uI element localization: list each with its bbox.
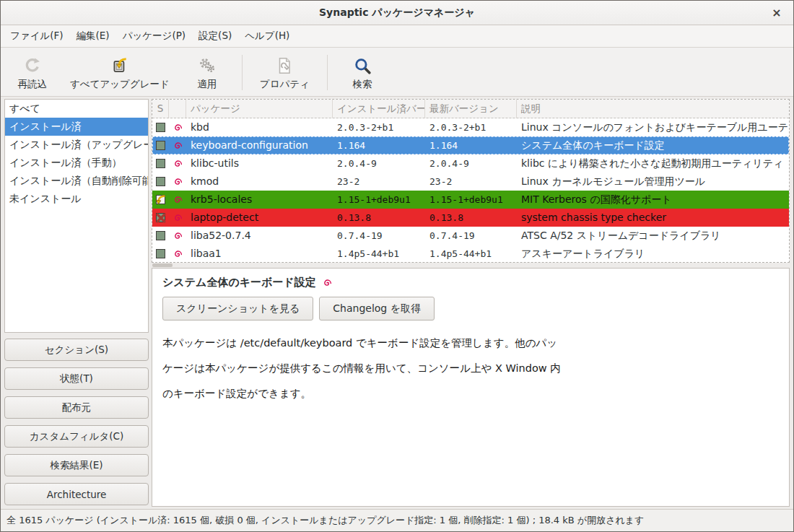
menu-file[interactable]: ファイル(F): [4, 26, 70, 46]
window-title: Synaptic パッケージマネージャ: [319, 6, 475, 19]
search-icon: [353, 55, 372, 77]
toolbar-separator: [327, 55, 328, 90]
filter-list: すべて インストール済 インストール済（アップグレード可） インストール済（手動…: [4, 99, 149, 333]
reload-button[interactable]: 再読込: [5, 51, 60, 95]
column-header-status[interactable]: S: [152, 100, 169, 118]
filter-installed-upgradable[interactable]: インストール済（アップグレード可）: [5, 136, 148, 154]
architecture-button[interactable]: Architecture: [4, 483, 149, 505]
package-description: Linux カーネルモジュール管理用ツール: [517, 173, 789, 191]
package-name: liba52-0.7.4: [186, 227, 333, 245]
properties-icon: [275, 55, 294, 77]
get-changelog-button[interactable]: Changelog を取得: [319, 297, 435, 320]
custom-filters-button[interactable]: カスタムフィルタ(C): [4, 425, 149, 448]
installed-status-icon: [156, 177, 165, 186]
package-name: kbd: [186, 118, 333, 136]
package-description: system chassis type checker: [517, 209, 789, 227]
package-description: システム全体のキーボード設定: [517, 136, 789, 154]
status-text: 全 1615 パッケージ (インストール済: 1615 個, 破損 0 個, イ…: [6, 514, 644, 527]
filter-installed-manual[interactable]: インストール済（手動）: [5, 154, 148, 172]
column-header-latest-version[interactable]: 最新バージョン: [425, 100, 517, 118]
menu-settings[interactable]: 設定(S): [192, 26, 238, 46]
status-button[interactable]: 状態(T): [4, 367, 149, 390]
column-header-installed-version[interactable]: インストール済バージョン: [333, 100, 425, 118]
installed-status-icon: [156, 249, 165, 258]
latest-version: 0.7.4-19: [425, 227, 517, 245]
table-row[interactable]: kmod 23-2 23-2 Linux カーネルモジュール管理用ツール: [152, 173, 789, 191]
package-name: libaa1: [186, 245, 333, 263]
upgrade-all-button[interactable]: すべてアップグレード: [60, 51, 180, 95]
package-name: laptop-detect: [186, 209, 333, 227]
remove-status-icon: [156, 213, 165, 222]
menu-edit[interactable]: 編集(E): [70, 26, 116, 46]
search-results-button[interactable]: 検索結果(E): [4, 454, 149, 476]
table-row-marked-remove[interactable]: laptop-detect 0.13.8 0.13.8 system chass…: [152, 209, 789, 227]
latest-version: 1.4p5-44+b1: [425, 245, 517, 263]
latest-version: 2.0.4-9: [425, 154, 517, 173]
latest-version: 1.164: [425, 136, 517, 154]
debian-swirl-icon: [322, 278, 332, 288]
debian-swirl-icon: [173, 213, 183, 223]
installed-status-icon: [156, 231, 165, 240]
installed-version: 0.13.8: [333, 209, 425, 227]
table-row-marked-upgrade[interactable]: krb5-locales 1.15-1+deb9u1 1.15-1+deb9u1…: [152, 191, 789, 209]
debian-swirl-icon: [173, 177, 183, 187]
pane-splitter[interactable]: [152, 263, 790, 268]
latest-version: 23-2: [425, 173, 517, 191]
table-row-selected[interactable]: keyboard-configuration 1.164 1.164 システム全…: [152, 136, 789, 154]
column-header-description[interactable]: 説明: [517, 100, 789, 118]
column-header-supported[interactable]: [169, 100, 186, 118]
package-name: krb5-locales: [186, 191, 333, 209]
package-name: kmod: [186, 173, 333, 191]
titlebar: Synaptic パッケージマネージャ ×: [1, 1, 793, 25]
debian-swirl-icon: [173, 195, 183, 205]
close-button[interactable]: ×: [769, 5, 785, 21]
reload-icon: [23, 55, 42, 77]
apply-button[interactable]: 適用: [180, 51, 235, 95]
table-row[interactable]: libaa1 1.4p5-44+b1 1.4p5-44+b1 アスキーアートライ…: [152, 245, 789, 263]
apply-icon: [198, 55, 217, 77]
sections-button[interactable]: セクション(S): [4, 339, 149, 361]
details-title: システム全体のキーボード設定: [162, 276, 316, 289]
installed-version: 2.0.3-2+b1: [333, 118, 425, 136]
search-button[interactable]: 検索: [335, 51, 390, 95]
menu-package[interactable]: パッケージ(P): [116, 26, 192, 46]
latest-version: 1.15-1+deb9u1: [425, 191, 517, 209]
sidebar: すべて インストール済 インストール済（アップグレード可） インストール済（手動…: [4, 99, 149, 507]
installed-version: 1.4p5-44+b1: [333, 245, 425, 263]
debian-swirl-icon: [173, 123, 183, 133]
debian-swirl-icon: [173, 141, 183, 151]
table-row[interactable]: klibc-utils 2.0.4-9 2.0.4-9 klibc により構築さ…: [152, 154, 789, 173]
package-table: S パッケージ インストール済バージョン 最新バージョン 説明 kbd 2.0.…: [152, 99, 790, 263]
column-header-package[interactable]: パッケージ: [186, 100, 333, 118]
details-description-line: のキーボード設定ができます。: [162, 381, 779, 406]
package-name: klibc-utils: [186, 154, 333, 173]
view-screenshot-button[interactable]: スクリーンショットを見る: [162, 297, 313, 320]
filter-installed-autoremovable[interactable]: インストール済（自動削除可能）: [5, 172, 148, 190]
filter-installed[interactable]: インストール済: [5, 118, 148, 136]
menubar: ファイル(F) 編集(E) パッケージ(P) 設定(S) ヘルプ(H): [1, 25, 793, 48]
package-description: アスキーアートライブラリ: [517, 245, 789, 263]
installed-version: 1.15-1+deb9u1: [333, 191, 425, 209]
details-description-line: 本パッケージは /etc/default/keyboard でキーボード設定を管…: [162, 331, 779, 356]
properties-button[interactable]: プロパティ: [250, 51, 320, 95]
origin-button[interactable]: 配布元: [4, 396, 149, 419]
debian-swirl-icon: [173, 231, 183, 241]
filter-not-installed[interactable]: 未インストール: [5, 190, 148, 208]
synaptic-window: Synaptic パッケージマネージャ × ファイル(F) 編集(E) パッケー…: [0, 0, 794, 532]
installed-version: 2.0.4-9: [333, 154, 425, 173]
upgrade-status-icon: [156, 195, 165, 204]
installed-status-icon: [156, 141, 165, 150]
table-row[interactable]: kbd 2.0.3-2+b1 2.0.3-2+b1 Linux コンソールのフォ…: [152, 118, 789, 136]
installed-status-icon: [156, 123, 165, 132]
package-description: MIT Kerberos の国際化サポート: [517, 191, 789, 209]
close-icon: ×: [772, 6, 781, 19]
package-description: Linux コンソールのフォントおよびキーテーブル用ユーティリティ: [517, 118, 789, 136]
sidebar-buttons: セクション(S) 状態(T) 配布元 カスタムフィルタ(C) 検索結果(E) A…: [4, 339, 149, 507]
table-header: S パッケージ インストール済バージョン 最新バージョン 説明: [152, 100, 789, 118]
table-row[interactable]: liba52-0.7.4 0.7.4-19 0.7.4-19 ATSC A/52…: [152, 227, 789, 245]
menu-help[interactable]: ヘルプ(H): [238, 26, 296, 46]
details-description-line: ケージは本パッケージが提供するこの情報を用いて、コンソール上や X Window…: [162, 356, 779, 381]
upgrade-all-icon: [110, 55, 129, 77]
debian-swirl-icon: [173, 159, 183, 169]
filter-all[interactable]: すべて: [5, 100, 148, 118]
